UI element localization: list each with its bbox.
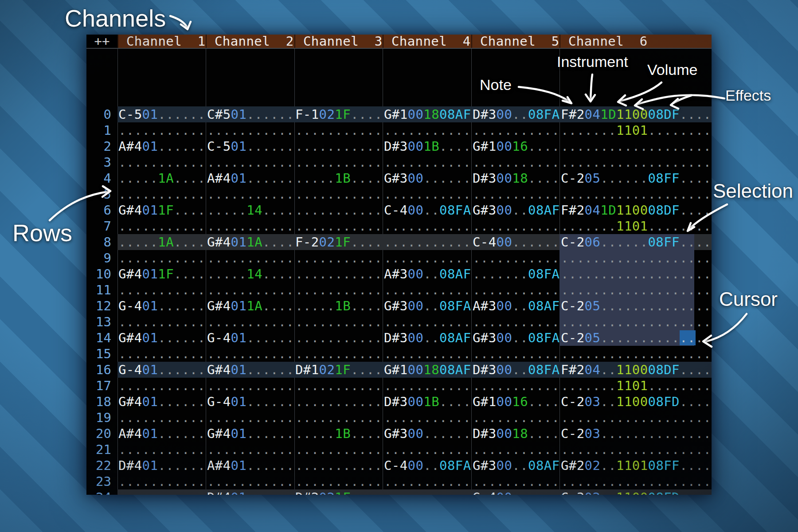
pattern-cell[interactable]: .......08FA bbox=[473, 266, 559, 282]
pattern-cell[interactable]: C-302..110008FD.... bbox=[561, 489, 711, 495]
pattern-cell[interactable]: ........... bbox=[295, 186, 382, 202]
pattern-cell[interactable]: A#401...... bbox=[118, 426, 206, 442]
pattern-cell[interactable]: G#4011F.... bbox=[118, 266, 206, 282]
pattern-cell[interactable]: G#4011A.... bbox=[207, 234, 294, 250]
pattern-cell[interactable]: ........... bbox=[295, 378, 382, 394]
pattern-cell[interactable]: .....14.... bbox=[207, 266, 294, 282]
pattern-cell[interactable]: G-401...... bbox=[207, 330, 294, 346]
pattern-cell[interactable]: ........... bbox=[295, 266, 382, 282]
pattern-cell[interactable]: ........... bbox=[207, 442, 294, 458]
pattern-cell[interactable]: D#30018.... bbox=[473, 170, 560, 186]
pattern-cell[interactable]: ........... bbox=[384, 378, 471, 394]
pattern-cell[interactable]: G#10016.... bbox=[473, 138, 560, 154]
pattern-cell[interactable]: C-501...... bbox=[207, 138, 294, 154]
pattern-cell[interactable]: F#2041D110008DF.... bbox=[561, 106, 711, 122]
pattern-cell[interactable]: ........... bbox=[473, 186, 559, 202]
pattern-cell[interactable]: ........... bbox=[384, 234, 471, 250]
pattern-cell[interactable]: ........... bbox=[207, 473, 294, 489]
pattern-cell[interactable]: G#401...... bbox=[207, 362, 294, 378]
pattern-cell[interactable]: ........... bbox=[384, 282, 471, 298]
pattern-cursor[interactable]: .. bbox=[680, 330, 696, 345]
pattern-cell[interactable]: ........... bbox=[118, 489, 205, 495]
pattern-cell[interactable]: G-401...... bbox=[118, 362, 206, 378]
pattern-cell[interactable]: ........... bbox=[473, 314, 559, 330]
pattern-cell[interactable]: ........... bbox=[118, 346, 205, 362]
pattern-cell[interactable]: A#401...... bbox=[207, 458, 294, 473]
pattern-cell[interactable]: ................... bbox=[561, 442, 711, 458]
pattern-cell[interactable]: C#501...... bbox=[207, 106, 294, 122]
pattern-cell[interactable]: C-400..08FA bbox=[384, 202, 471, 218]
pattern-cell[interactable]: ........... bbox=[295, 458, 382, 473]
pattern-cell[interactable]: G#10016.... bbox=[473, 394, 560, 410]
pattern-cell[interactable]: ........... bbox=[118, 154, 205, 170]
pattern-cell[interactable]: ........... bbox=[295, 138, 382, 154]
pattern-cell[interactable]: ........... bbox=[207, 250, 294, 266]
pattern-cell[interactable]: ........... bbox=[295, 314, 382, 330]
pattern-cell[interactable]: ........... bbox=[118, 473, 205, 489]
pattern-cell[interactable]: ........... bbox=[295, 442, 382, 458]
pattern-cell[interactable]: G-401...... bbox=[118, 298, 206, 314]
pattern-cell[interactable]: ........... bbox=[207, 314, 294, 330]
pattern-cell[interactable]: ................... bbox=[561, 410, 711, 426]
pattern-cell[interactable]: ........... bbox=[295, 250, 382, 266]
pattern-cell[interactable]: G#401...... bbox=[118, 330, 206, 346]
pattern-cell[interactable]: F-1021F.... bbox=[295, 106, 383, 122]
pattern-cell[interactable]: ........... bbox=[118, 282, 205, 298]
pattern-cell[interactable]: ........... bbox=[207, 410, 294, 426]
pattern-cell[interactable]: G#401...... bbox=[118, 394, 206, 410]
pattern-cell[interactable]: ........... bbox=[295, 346, 382, 362]
pattern-cell[interactable]: D#401...... bbox=[207, 489, 294, 495]
pattern-cell[interactable]: ........... bbox=[295, 154, 382, 170]
pattern-cell[interactable]: G#4011A.... bbox=[207, 298, 294, 314]
pattern-cell[interactable]: A#401...... bbox=[207, 170, 294, 186]
pattern-cell[interactable]: C-400..08FA bbox=[384, 458, 471, 473]
pattern-cell[interactable]: .....1A.... bbox=[118, 234, 206, 250]
pattern-cell[interactable]: C-501...... bbox=[118, 106, 206, 122]
pattern-cell[interactable]: ........... bbox=[473, 218, 559, 234]
pattern-cell[interactable]: ........... bbox=[473, 473, 559, 489]
pattern-cell[interactable]: ........... bbox=[295, 394, 382, 410]
pattern-cell[interactable]: ........... bbox=[118, 410, 205, 426]
pattern-cell[interactable]: F#2041D110008DF.... bbox=[561, 202, 711, 218]
pattern-cell[interactable]: ........... bbox=[295, 202, 382, 218]
pattern-cell[interactable]: ................... bbox=[561, 473, 711, 489]
pattern-cell[interactable]: G#300..08AF bbox=[473, 202, 560, 218]
pattern-cell[interactable]: ........... bbox=[207, 282, 294, 298]
pattern-cell[interactable]: ........... bbox=[473, 282, 559, 298]
pattern-cell[interactable]: G-400...... bbox=[473, 489, 560, 495]
pattern-cell[interactable]: ................... bbox=[561, 250, 711, 266]
pattern-cell[interactable]: ........... bbox=[295, 218, 382, 234]
pattern-cell[interactable]: G#1001808AF bbox=[384, 106, 471, 122]
pattern-cell[interactable]: G#300..08FA bbox=[473, 330, 560, 346]
pattern-cell[interactable]: C-203..110008FD.... bbox=[561, 394, 711, 410]
pattern-cell[interactable]: G#4011F.... bbox=[118, 202, 206, 218]
pattern-cell[interactable]: ........... bbox=[473, 410, 559, 426]
pattern-cell[interactable]: G#300...... bbox=[384, 426, 471, 442]
pattern-cell[interactable]: ........... bbox=[473, 122, 559, 138]
pattern-cell[interactable]: ........... bbox=[207, 218, 294, 234]
pattern-cell[interactable]: ........... bbox=[384, 346, 471, 362]
pattern-cell[interactable]: C-205......08FF.... bbox=[561, 170, 711, 186]
pattern-cell[interactable]: G#1001808AF bbox=[384, 362, 471, 378]
pattern-cell[interactable]: F-2021F.... bbox=[295, 234, 383, 250]
pattern-cell[interactable]: .......1101........ bbox=[561, 122, 711, 138]
pattern-cell[interactable]: D#2021F.... bbox=[295, 489, 383, 495]
pattern-cell[interactable]: ........... bbox=[473, 378, 559, 394]
pattern-grid[interactable]: 0C-501......C#501......F-1021F....G#1001… bbox=[86, 35, 712, 495]
pattern-cell[interactable]: ........... bbox=[207, 122, 294, 138]
pattern-cell[interactable]: A#401...... bbox=[118, 138, 206, 154]
pattern-cell[interactable]: C-205.............. bbox=[561, 330, 711, 346]
pattern-cell[interactable]: ........... bbox=[384, 122, 471, 138]
pattern-cell[interactable]: ........... bbox=[118, 122, 205, 138]
pattern-cell[interactable]: C-203.............. bbox=[561, 426, 711, 442]
pattern-cell[interactable]: .....1B.... bbox=[295, 426, 383, 442]
pattern-cell[interactable]: ........... bbox=[295, 410, 382, 426]
pattern-cell[interactable]: ................... bbox=[561, 282, 711, 298]
pattern-cell[interactable]: ........... bbox=[207, 154, 294, 170]
pattern-cell[interactable]: D#300..08FA bbox=[473, 106, 560, 122]
pattern-cell[interactable]: ................... bbox=[561, 138, 711, 154]
pattern-cell[interactable]: ........... bbox=[384, 442, 471, 458]
pattern-cell[interactable]: ........... bbox=[384, 186, 471, 202]
pattern-cell[interactable]: ........... bbox=[384, 489, 471, 495]
pattern-cell[interactable]: ........... bbox=[118, 186, 205, 202]
